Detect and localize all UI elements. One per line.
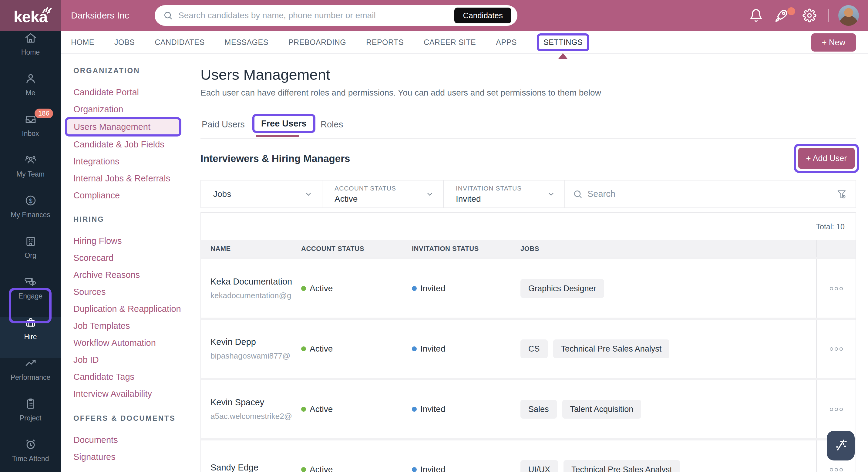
inbox-count-badge: 186 [35,108,53,118]
table-row[interactable]: Sandy Edge Active Invited UI/UX Technica… [201,438,856,472]
magic-wand-button[interactable] [827,431,855,461]
sidebar-item-users-management[interactable]: Users Management [65,117,188,136]
avatar[interactable] [838,5,859,26]
logo-spark-icon [41,4,53,14]
sidebar-item-internal-jobs-referrals[interactable]: Internal Jobs & Referrals [73,170,188,187]
user-email: kekadocumentation@g [211,291,301,300]
sidebar-item-hiring-flows[interactable]: Hiring Flows [73,232,188,249]
settings-gear-icon[interactable] [803,0,816,31]
table-row[interactable]: Keka Documentation kekadocumentation@g A… [201,257,856,318]
active-status-dot [301,407,306,412]
rail-item-me[interactable]: Me [0,71,61,112]
table-row[interactable]: Kevin Depp bipashagoswami877@ Active Inv… [201,318,856,378]
sidebar-item-candidate-job-fields[interactable]: Candidate & Job Fields [73,136,188,153]
annotation-add-user: + Add User [794,144,859,173]
sidebar-item-candidate-tags[interactable]: Candidate Tags [73,368,188,385]
tab-career-site[interactable]: CAREER SITE [424,38,476,47]
tab-jobs[interactable]: JOBS [114,38,135,47]
engage-icon [24,276,37,288]
tab-settings[interactable]: SETTINGS [537,33,589,51]
company-name: Darksiders Inc [71,0,129,31]
tab-free-users[interactable]: Free Users [252,114,315,133]
section-heading: Interviewers & Hiring Managers [200,153,350,164]
person-icon [24,72,37,85]
global-search-input[interactable] [178,11,454,20]
rail-item-inbox[interactable]: 186 Inbox [0,112,61,153]
clipboard-icon [24,398,37,410]
keka-logo[interactable]: keka [0,0,61,31]
sidebar-item-candidate-portal[interactable]: Candidate Portal [73,84,188,101]
invited-status-dot [412,467,417,472]
global-search[interactable]: Candidates [155,5,518,26]
sidebar-item-archive-reasons[interactable]: Archive Reasons [73,266,188,283]
sidebar-item-compliance[interactable]: Compliance [73,187,188,204]
tab-reports[interactable]: REPORTS [366,38,404,47]
sidebar-item-interview-availability[interactable]: Interview Availability [73,385,188,402]
job-chip: Sales [521,400,557,419]
row-menu-icon[interactable] [830,468,843,471]
invitation-status: Invited [420,465,445,472]
table-row[interactable]: Kevin Spacey a5ac.welcomestrike2@ Active… [201,378,856,438]
rail-item-project[interactable]: Project [0,397,61,437]
rail-item-engage[interactable]: Engage [0,275,61,315]
job-chip: Technical Pre Sales Analyst [553,340,670,358]
sidebar-item-sources[interactable]: Sources [73,283,188,300]
tab-preboarding[interactable]: PREBOARDING [288,38,346,47]
sidebar-item-integrations[interactable]: Integrations [73,153,188,170]
job-chip: Graphics Designer [521,279,604,298]
magic-wand-icon [833,438,848,453]
user-name: Kevin Spacey [211,398,301,407]
sidebar-item-signatures[interactable]: Signatures [73,448,188,465]
account-status-filter-dropdown[interactable]: ACCOUNT STATUS Active [322,181,444,208]
column-header-jobs: JOBS [521,245,816,253]
sidebar-item-organization[interactable]: Organization [73,101,188,118]
search-scope-badge[interactable]: Candidates [454,8,512,23]
row-menu-icon[interactable] [830,408,843,411]
table-search-field[interactable] [565,181,856,208]
rail-item-my-team[interactable]: My Team [0,153,61,193]
table-header: NAME ACCOUNT STATUS INVITATION STATUS JO… [201,240,856,257]
row-menu-icon[interactable] [830,287,843,290]
rail-item-performance[interactable]: Performance [0,356,61,397]
clear-filters-icon[interactable] [836,189,847,199]
section-header-offers-documents: OFFERS & DOCUMENTS [73,413,188,424]
tabs-divider [200,138,856,138]
row-menu-icon[interactable] [830,347,843,351]
tab-apps[interactable]: APPS [496,38,517,47]
jobs-filter-dropdown[interactable]: Jobs [201,181,322,208]
notifications-bell-icon[interactable] [749,0,763,31]
tab-roles[interactable]: Roles [320,120,343,129]
rail-item-my-finances[interactable]: $ My Finances [0,193,61,234]
invitation-status: Invited [420,284,445,293]
table-search-input[interactable] [587,189,836,199]
active-tab-underline [256,135,299,137]
tab-candidates[interactable]: CANDIDATES [155,38,205,47]
column-header-invitation-status: INVITATION STATUS [412,245,521,253]
rail-item-org[interactable]: Org [0,234,61,275]
new-button[interactable]: + New [811,33,856,52]
whats-new-rocket-icon[interactable] [774,0,789,31]
tab-messages[interactable]: MESSAGES [225,38,269,47]
section-header-hiring: HIRING [73,214,188,225]
tab-home[interactable]: HOME [71,38,94,47]
briefcase-icon [24,316,37,329]
rail-item-home[interactable]: Home [0,31,61,71]
rail-item-time-attend[interactable]: Time Attend [0,437,61,472]
add-user-button[interactable]: + Add User [798,148,855,169]
home-icon [24,32,37,44]
sidebar-item-documents[interactable]: Documents [73,431,188,448]
sidebar-item-job-templates[interactable]: Job Templates [73,317,188,334]
sidebar-item-duplication-reapplication[interactable]: Duplication & Reapplication [73,300,188,317]
sidebar-item-job-id[interactable]: Job ID [73,351,188,368]
sidebar-item-workflow-automation[interactable]: Workflow Automation [73,334,188,351]
account-status: Active [310,404,333,414]
page-subtitle: Each user can have different roles and p… [200,88,601,98]
sidebar-item-scorecard[interactable]: Scorecard [73,249,188,266]
invitation-status-filter-dropdown[interactable]: INVITATION STATUS Invited [444,181,565,208]
job-chip: CS [521,340,548,358]
tab-paid-users[interactable]: Paid Users [202,120,245,129]
rail-item-hire[interactable]: Hire [0,315,61,356]
team-icon [24,154,37,166]
settings-sidebar: ORGANIZATION Candidate Portal Organizati… [61,54,188,472]
svg-text:$: $ [29,197,32,204]
